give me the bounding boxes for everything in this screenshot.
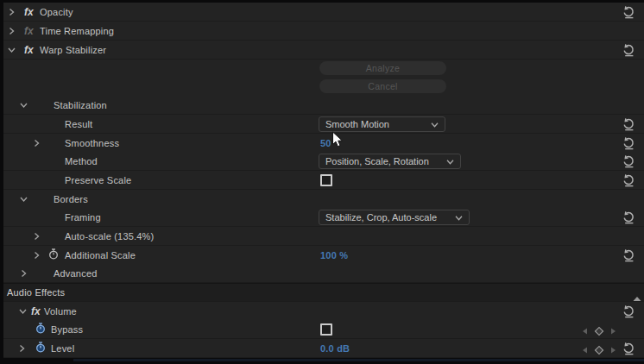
- param-row-smoothness: Smoothness 50: [3, 134, 644, 153]
- chevron-right-icon[interactable]: [9, 27, 15, 35]
- fx-effect-icon: fx: [24, 6, 34, 18]
- chevron-right-icon[interactable]: [9, 8, 15, 16]
- chevron-down-icon[interactable]: [20, 102, 28, 108]
- group-row-advanced: Advanced: [3, 264, 644, 283]
- fx-effect-icon-disabled: fx: [24, 25, 34, 37]
- reset-param-icon[interactable]: [622, 173, 636, 187]
- smoothness-value[interactable]: 50: [320, 138, 331, 148]
- effect-row-volume: fx Volume: [3, 302, 644, 321]
- keyframe-navigator[interactable]: [579, 324, 619, 335]
- cancel-button[interactable]: Cancel: [319, 79, 446, 93]
- param-row-level: Level 0.0 dB: [3, 339, 644, 358]
- param-label-preserve-scale: Preserve Scale: [65, 175, 131, 185]
- effect-label-opacity: Opacity: [40, 7, 73, 17]
- additional-scale-value[interactable]: 100 %: [320, 250, 348, 260]
- param-row-method: Method Position, Scale, Rotation: [3, 152, 644, 171]
- reset-effect-icon[interactable]: [622, 5, 636, 19]
- param-label-smoothness: Smoothness: [65, 138, 119, 148]
- method-dropdown[interactable]: Position, Scale, Rotation: [319, 154, 461, 169]
- chevron-down-icon[interactable]: [19, 308, 27, 314]
- param-label-level: Level: [51, 343, 74, 354]
- chevron-right-icon[interactable]: [34, 251, 40, 259]
- stopwatch-icon-active[interactable]: [35, 341, 46, 356]
- preserve-scale-checkbox[interactable]: [320, 174, 332, 186]
- group-label-borders: Borders: [54, 194, 88, 204]
- stopwatch-icon[interactable]: [48, 248, 59, 263]
- param-row-result: Result Smooth Motion: [3, 115, 644, 134]
- audio-effects-header: Audio Effects: [3, 283, 644, 302]
- stopwatch-icon-active[interactable]: [35, 322, 46, 337]
- effect-label-volume: Volume: [44, 306, 77, 317]
- bottom-panel-edge: [73, 359, 644, 361]
- mouse-cursor: [331, 131, 344, 148]
- chevron-down-icon: [455, 212, 463, 223]
- reset-effect-icon[interactable]: [622, 43, 636, 57]
- reset-param-icon[interactable]: [622, 136, 636, 150]
- param-label-result: Result: [65, 119, 92, 129]
- fx-effect-icon: fx: [31, 305, 41, 317]
- reset-param-icon[interactable]: [622, 210, 636, 224]
- keyframe-navigator[interactable]: [579, 343, 619, 354]
- effect-row-warp-stabilizer: fx Warp Stabilizer: [3, 41, 644, 60]
- reset-effect-icon[interactable]: [622, 304, 636, 318]
- chevron-down-icon: [446, 156, 454, 166]
- row-analyze: Analyze: [3, 60, 644, 78]
- reset-param-icon[interactable]: [622, 342, 636, 355]
- effect-row-time-remapping: fx Time Remapping: [3, 22, 644, 41]
- param-row-framing: Framing Stabilize, Crop, Auto-scale: [3, 208, 644, 227]
- chevron-down-icon: [431, 119, 439, 129]
- analyze-button[interactable]: Analyze: [319, 61, 446, 75]
- group-label-stabilization: Stabilization: [54, 100, 107, 110]
- reset-param-icon[interactable]: [622, 117, 636, 131]
- fx-effect-icon: fx: [24, 44, 34, 56]
- chevron-right-icon[interactable]: [19, 344, 25, 352]
- chevron-right-icon[interactable]: [34, 139, 40, 147]
- framing-dropdown-value: Stabilize, Crop, Auto-scale: [325, 212, 455, 223]
- group-row-stabilization: Stabilization: [3, 96, 644, 115]
- param-row-bypass: Bypass: [3, 320, 644, 339]
- group-row-borders: Borders: [3, 190, 644, 209]
- group-label-advanced: Advanced: [54, 268, 98, 279]
- effect-row-opacity: fx Opacity: [3, 3, 644, 22]
- param-label-auto-scale: Auto-scale (135.4%): [65, 231, 154, 242]
- effect-label-warp-stabilizer: Warp Stabilizer: [40, 45, 106, 55]
- param-row-preserve-scale: Preserve Scale: [3, 171, 644, 190]
- chevron-right-icon[interactable]: [21, 269, 27, 277]
- param-label-method: Method: [65, 156, 98, 166]
- param-label-bypass: Bypass: [51, 324, 83, 335]
- effect-label-time-remapping: Time Remapping: [40, 26, 114, 36]
- result-dropdown[interactable]: Smooth Motion: [319, 116, 445, 132]
- reset-param-icon[interactable]: [622, 154, 636, 168]
- param-label-additional-scale: Additional Scale: [65, 250, 136, 260]
- param-row-additional-scale: Additional Scale 100 %: [3, 246, 644, 265]
- param-row-auto-scale: Auto-scale (135.4%): [3, 227, 644, 246]
- audio-effects-header-label: Audio Effects: [7, 287, 65, 298]
- level-value[interactable]: 0.0 dB: [320, 343, 350, 354]
- param-label-framing: Framing: [65, 212, 101, 223]
- chevron-down-icon[interactable]: [8, 47, 16, 53]
- chevron-right-icon[interactable]: [34, 232, 40, 240]
- chevron-down-icon[interactable]: [20, 196, 28, 202]
- row-cancel: Cancel: [3, 78, 644, 97]
- result-dropdown-value: Smooth Motion: [325, 119, 431, 129]
- reset-param-icon[interactable]: [622, 248, 636, 262]
- framing-dropdown[interactable]: Stabilize, Crop, Auto-scale: [319, 210, 470, 225]
- method-dropdown-value: Position, Scale, Rotation: [325, 156, 446, 166]
- bypass-checkbox[interactable]: [320, 323, 332, 336]
